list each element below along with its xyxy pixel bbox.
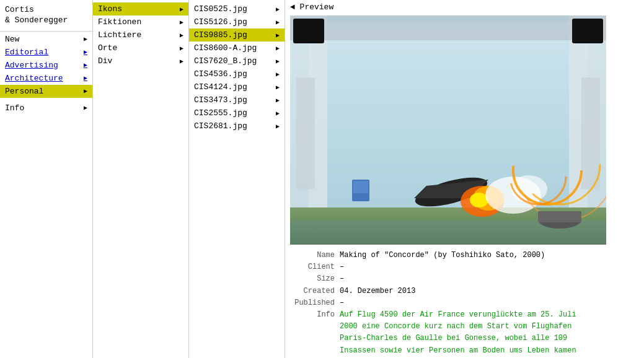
preview-meta: Name Making of "Concorde" (by Toshihiko …: [290, 250, 639, 358]
sidebar-item-label: New: [5, 35, 19, 44]
menu3-item-label: CIS4124.jpg: [194, 82, 247, 92]
menu3-item-label: CIS2681.jpg: [194, 121, 247, 131]
meta-label-client: Client: [290, 261, 340, 273]
arrow-right-icon: ▶: [180, 6, 183, 13]
meta-label-created: Created: [290, 286, 340, 297]
menu3-item-cis2555[interactable]: CIS2555.jpg ▶: [189, 107, 285, 120]
sidebar-item-label: Editorial: [5, 48, 48, 57]
sidebar-item-label: Personal: [5, 87, 43, 96]
arrow-right-icon: ▶: [180, 45, 183, 52]
arrow-right-icon: ▶: [276, 97, 280, 104]
menu3-item-cis3473[interactable]: CIS3473.jpg ▶: [189, 94, 285, 107]
svg-rect-4: [290, 15, 606, 40]
arrow-right-icon: ▶: [84, 35, 87, 43]
arrow-right-icon: ▶: [180, 32, 183, 39]
svg-rect-1: [309, 22, 588, 207]
menu2-item-orte[interactable]: Orte ▶: [93, 41, 188, 55]
menu2-item-fiktionen[interactable]: Fiktionen ▶: [93, 15, 188, 28]
meta-row-published: Published –: [290, 297, 639, 309]
menu3-item-cis4536[interactable]: CIS4536.jpg ▶: [189, 68, 285, 81]
svg-rect-23: [353, 181, 368, 193]
menu3-item-label: CIS5126.jpg: [194, 17, 247, 27]
sidebar-item-architecture[interactable]: Architecture ▶: [0, 72, 92, 85]
menu3-item-label: CIS8600-A.jpg: [194, 43, 257, 53]
svg-rect-8: [581, 77, 600, 189]
meta-value-client: –: [340, 261, 344, 273]
menu2-item-label: Fiktionen: [98, 17, 141, 27]
arrow-right-icon: ▶: [276, 84, 280, 91]
menu3-item-label: CIS9885.jpg: [194, 30, 247, 40]
arrow-right-icon: ▶: [84, 61, 87, 69]
menu3-item-label: CIS4536.jpg: [194, 69, 247, 79]
brand-line2: & Sonderegger: [5, 15, 68, 25]
arrow-right-icon: ▶: [276, 58, 280, 65]
menu2-item-ikons[interactable]: Ikons ▶: [93, 2, 188, 15]
sidebar-item-personal[interactable]: Personal ▶: [0, 85, 92, 98]
svg-rect-5: [293, 19, 324, 43]
arrow-right-icon: ▶: [276, 19, 280, 26]
preview-header-text: ◄ Preview: [290, 2, 333, 12]
arrow-right-icon: ▶: [276, 32, 280, 39]
meta-row-info: Info Auf Flug 4590 der Air France verung…: [290, 309, 639, 358]
meta-value-size: –: [340, 273, 344, 285]
meta-label-name: Name: [290, 250, 340, 261]
menu3-item-cis2681[interactable]: CIS2681.jpg ▶: [189, 120, 285, 133]
meta-value-name: Making of "Concorde" (by Toshihiko Sato,…: [340, 250, 545, 261]
sidebar-item-new[interactable]: New ▶: [0, 33, 92, 46]
sidebar-item-label: Info: [5, 103, 24, 113]
menu3-item-cis9885[interactable]: CIS9885.jpg ▶: [189, 28, 285, 41]
svg-rect-7: [296, 77, 315, 189]
arrow-right-icon: ▶: [276, 45, 280, 52]
menu3-item-cis0525[interactable]: CIS0525.jpg ▶: [189, 2, 285, 15]
arrow-right-icon: ▶: [84, 87, 87, 95]
menu2-item-label: Div: [98, 56, 112, 66]
menu2-item-label: Ikons: [98, 4, 122, 14]
preview-panel: ◄ Preview: [285, 0, 644, 358]
arrow-right-icon: ▶: [84, 104, 87, 111]
menu3-item-cis8600a[interactable]: CIS8600-A.jpg ▶: [189, 41, 285, 55]
meta-row-created: Created 04. Dezember 2013: [290, 286, 639, 297]
sidebar-item-info[interactable]: Info ▶: [0, 102, 92, 115]
menu-level3: CIS0525.jpg ▶ CIS5126.jpg ▶ CIS9885.jpg …: [189, 0, 285, 358]
menu3-item-cis5126[interactable]: CIS5126.jpg ▶: [189, 15, 285, 28]
brand-line1: Cortis: [5, 5, 34, 14]
menu2-item-lichtiere[interactable]: Lichtiere ▶: [93, 28, 188, 41]
meta-row-size: Size –: [290, 273, 639, 285]
brand: Cortis & Sonderegger: [0, 2, 92, 28]
meta-value-published: –: [340, 297, 344, 309]
meta-row-name: Name Making of "Concorde" (by Toshihiko …: [290, 250, 639, 261]
arrow-right-icon: ▶: [84, 74, 87, 82]
meta-label-size: Size: [290, 273, 340, 285]
svg-rect-6: [572, 19, 603, 43]
sidebar-item-label: Advertising: [5, 61, 58, 70]
arrow-right-icon: ▶: [276, 123, 280, 130]
menu3-item-label: CIS7620_B.jpg: [194, 56, 257, 66]
arrow-right-icon: ▶: [276, 6, 280, 13]
menu2-item-label: Orte: [98, 43, 117, 53]
meta-row-client: Client –: [290, 261, 639, 273]
arrow-right-icon: ▶: [180, 19, 183, 26]
arrow-right-icon: ▶: [276, 110, 280, 117]
menu3-item-label: CIS2555.jpg: [194, 108, 247, 118]
meta-value-info: Auf Flug 4590 der Air France verunglückt…: [340, 309, 588, 358]
menu-level2: Ikons ▶ Fiktionen ▶ Lichtiere ▶ Orte ▶ D…: [93, 0, 189, 358]
meta-value-created: 04. Dezember 2013: [340, 286, 415, 297]
menu2-item-label: Lichtiere: [98, 30, 141, 40]
svg-rect-25: [538, 211, 581, 222]
menu3-item-cis7620b[interactable]: CIS7620_B.jpg ▶: [189, 55, 285, 68]
menu3-item-label: CIS0525.jpg: [194, 4, 247, 14]
menu2-item-div[interactable]: Div ▶: [93, 55, 188, 68]
menu3-item-cis4124[interactable]: CIS4124.jpg ▶: [189, 81, 285, 94]
sidebar-item-advertising[interactable]: Advertising ▶: [0, 59, 92, 72]
arrow-right-icon: ▶: [84, 48, 87, 56]
arrow-right-icon: ▶: [180, 58, 183, 65]
arrow-right-icon: ▶: [276, 71, 280, 78]
sidebar: Cortis & Sonderegger New ▶ Editorial ▶ A…: [0, 0, 93, 358]
menu3-item-label: CIS3473.jpg: [194, 95, 247, 105]
meta-label-published: Published: [290, 297, 340, 309]
preview-image-container: [290, 15, 606, 245]
preview-header: ◄ Preview: [290, 2, 639, 12]
meta-label-info: Info: [290, 309, 340, 358]
sidebar-item-editorial[interactable]: Editorial ▶: [0, 46, 92, 59]
sidebar-item-label: Architecture: [5, 74, 63, 83]
